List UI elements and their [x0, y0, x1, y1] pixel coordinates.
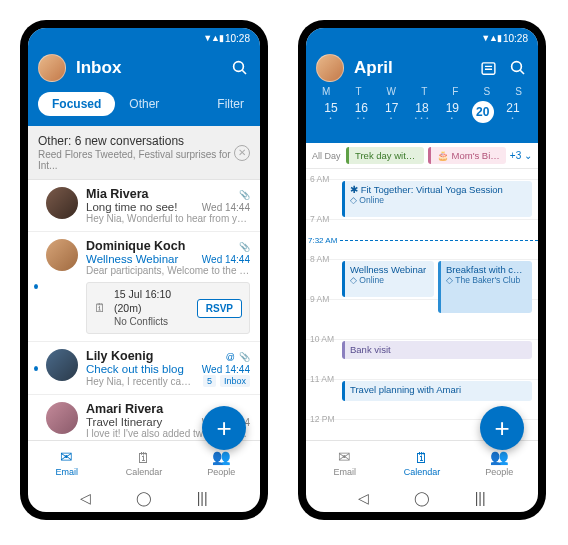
- subject: Travel Itinerary: [86, 416, 202, 428]
- time: Wed 14:44: [202, 364, 250, 375]
- status-time: 10:28: [503, 33, 528, 44]
- status-time: 10:28: [225, 33, 250, 44]
- status-bar: ▼▲▮ 10:28: [306, 28, 538, 48]
- other-sub: Reed Flores Tweeted, Festival surprises …: [38, 149, 234, 171]
- email-item[interactable]: Lily Koenig@📎 Check out this blogWed 14:…: [28, 342, 260, 395]
- email-screen: ▼▲▮ 10:28 Inbox Focused Other Filter Oth…: [28, 28, 260, 512]
- sender-name: Lily Koenig: [86, 349, 222, 363]
- attachment-icon: 📎: [239, 242, 250, 252]
- close-icon[interactable]: ✕: [234, 145, 250, 161]
- subject: Long time no see!: [86, 201, 202, 213]
- back-button[interactable]: ◁: [358, 490, 369, 506]
- sender-avatar: [46, 187, 78, 219]
- inbox-title: Inbox: [76, 58, 220, 78]
- attachment-icon: 📎: [239, 352, 250, 362]
- calendar-screen: ▼▲▮ 10:28 April MTWTFSS 15• 16• • 17•: [306, 28, 538, 512]
- time: Wed 14:44: [202, 254, 250, 265]
- inbox-header: Inbox Focused Other Filter: [28, 48, 260, 126]
- tab-other[interactable]: Other: [115, 92, 173, 116]
- event-card: 🗓 15 Jul 16:10 (20m)No Conflicts RSVP: [86, 282, 250, 334]
- sender-avatar: [46, 402, 78, 434]
- email-list[interactable]: Mia Rivera📎 Long time no see!Wed 14:44 H…: [28, 180, 260, 440]
- allday-event[interactable]: 🎂 Mom's Birthd...: [428, 147, 506, 164]
- home-button[interactable]: ◯: [136, 490, 152, 506]
- preview: Hey Nia, Wonderful to hear from you afte…: [86, 213, 250, 224]
- subject: Wellness Webinar: [86, 253, 202, 265]
- time: Wed 14:44: [202, 202, 250, 213]
- date-row[interactable]: 15• 16• • 17• 18• • • 19• 20 21•: [316, 97, 528, 133]
- svg-point-5: [512, 62, 522, 72]
- preview: Hey Nia, I recently came across this...: [86, 376, 199, 387]
- compose-fab[interactable]: +: [202, 406, 246, 450]
- date-cell-selected[interactable]: 20: [470, 101, 496, 123]
- mail-icon: ✉: [338, 448, 351, 466]
- agenda-icon[interactable]: [478, 58, 498, 78]
- count-badge: 5: [203, 375, 216, 387]
- email-item[interactable]: Mia Rivera📎 Long time no see!Wed 14:44 H…: [28, 180, 260, 232]
- attachment-icon: 📎: [239, 190, 250, 200]
- date-cell[interactable]: 17•: [379, 101, 405, 123]
- rsvp-button[interactable]: RSVP: [197, 299, 242, 318]
- other-title: Other: 6 new conversations: [38, 134, 234, 148]
- mail-icon: ✉: [60, 448, 73, 466]
- avatar[interactable]: [38, 54, 66, 82]
- recents-button[interactable]: |||: [197, 490, 208, 506]
- people-icon: 👥: [212, 448, 231, 466]
- date-cell[interactable]: 18• • •: [409, 101, 435, 123]
- avatar[interactable]: [316, 54, 344, 82]
- sender-name: Dominique Koch: [86, 239, 235, 253]
- phone-right: ▼▲▮ 10:28 April MTWTFSS 15• 16• • 17•: [298, 20, 546, 520]
- search-icon[interactable]: [508, 58, 528, 78]
- nav-email[interactable]: ✉Email: [306, 441, 383, 484]
- event[interactable]: Travel planning with Amari: [342, 381, 532, 401]
- event[interactable]: ✱ Fit Together: Virtual Yoga Session◇ On…: [342, 181, 532, 217]
- nav-calendar[interactable]: 🗓Calendar: [105, 441, 182, 484]
- status-icons: ▼▲▮: [203, 33, 223, 43]
- allday-label: All Day: [312, 151, 342, 161]
- status-icons: ▼▲▮: [481, 33, 501, 43]
- current-time-line: [340, 240, 538, 241]
- date-cell[interactable]: 21•: [500, 101, 526, 123]
- search-icon[interactable]: [230, 58, 250, 78]
- allday-event[interactable]: Trek day with fa...: [346, 147, 424, 164]
- event[interactable]: Bank visit: [342, 341, 532, 359]
- recents-button[interactable]: |||: [475, 490, 486, 506]
- calendar-header: April MTWTFSS 15• 16• • 17• 18• • • 19• …: [306, 48, 538, 143]
- new-event-fab[interactable]: +: [480, 406, 524, 450]
- allday-more[interactable]: +3 ⌄: [510, 150, 532, 161]
- sender-name: Mia Rivera: [86, 187, 235, 201]
- preview: Dear participants, Welcome to the new we…: [86, 265, 250, 276]
- filter-button[interactable]: Filter: [217, 97, 250, 111]
- date-cell[interactable]: 19•: [439, 101, 465, 123]
- svg-line-1: [242, 70, 246, 74]
- phone-left: ▼▲▮ 10:28 Inbox Focused Other Filter Oth…: [20, 20, 268, 520]
- allday-row: All Day Trek day with fa... 🎂 Mom's Birt…: [306, 143, 538, 169]
- nav-email[interactable]: ✉Email: [28, 441, 105, 484]
- timeline[interactable]: 6 AM 7 AM 8 AM 9 AM 10 AM 11 AM 12 PM 7:…: [306, 169, 538, 440]
- android-nav-bar: ◁ ◯ |||: [306, 484, 538, 512]
- sender-avatar: [46, 349, 78, 381]
- weekday-row: MTWTFSS: [316, 82, 528, 97]
- current-time-label: 7:32 AM: [308, 236, 337, 245]
- svg-line-6: [520, 70, 524, 74]
- home-button[interactable]: ◯: [414, 490, 430, 506]
- month-title[interactable]: April: [354, 58, 468, 78]
- event[interactable]: Breakfast with cous...◇ The Baker's Club: [438, 261, 532, 313]
- mention-icon: @: [226, 352, 235, 362]
- folder-badge: Inbox: [220, 375, 250, 387]
- back-button[interactable]: ◁: [80, 490, 91, 506]
- event[interactable]: Wellness Webinar◇ Online: [342, 261, 434, 297]
- calendar-icon: 🗓: [136, 449, 151, 466]
- date-cell[interactable]: 16• •: [348, 101, 374, 123]
- people-icon: 👥: [490, 448, 509, 466]
- date-cell[interactable]: 15•: [318, 101, 344, 123]
- email-item[interactable]: Dominique Koch📎 Wellness WebinarWed 14:4…: [28, 232, 260, 342]
- nav-calendar[interactable]: 🗓Calendar: [383, 441, 460, 484]
- other-banner[interactable]: Other: 6 new conversations Reed Flores T…: [28, 126, 260, 180]
- svg-point-0: [234, 62, 244, 72]
- tab-focused[interactable]: Focused: [38, 92, 115, 116]
- calendar-icon: 🗓: [94, 301, 106, 315]
- status-bar: ▼▲▮ 10:28: [28, 28, 260, 48]
- sender-avatar: [46, 239, 78, 271]
- calendar-icon: 🗓: [414, 449, 429, 466]
